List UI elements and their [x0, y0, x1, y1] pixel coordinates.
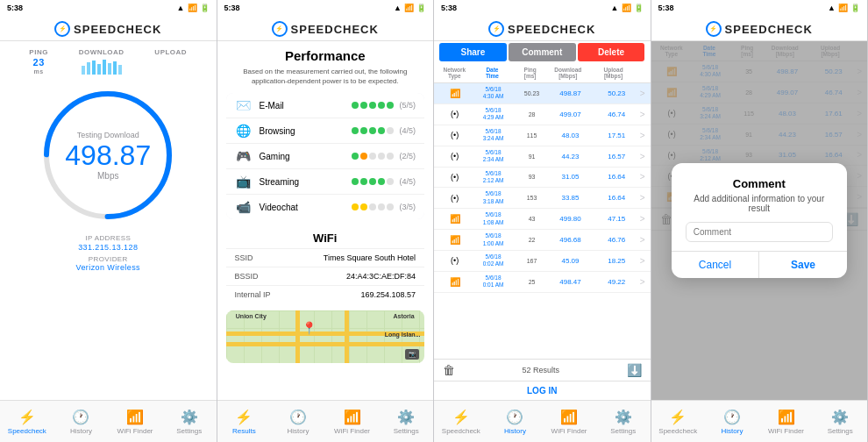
tab-settings-3[interactable]: ⚙️ Settings — [596, 401, 651, 442]
tab-wifi-2[interactable]: 📶 WiFi Finder — [325, 401, 380, 442]
ping-unit: ms — [34, 68, 44, 75]
tab-speedcheck-3[interactable]: ⚡ Speedcheck — [434, 401, 488, 442]
browsing-icon: 🌐 — [235, 124, 253, 138]
table-row[interactable]: (•) 5/6/182:12 AM 93 31.05 16.64 > — [434, 168, 651, 189]
tab-wifi-icon-2: 📶 — [344, 409, 361, 425]
net-type: (•) — [439, 173, 470, 182]
modal-cancel-button[interactable]: Cancel — [672, 252, 760, 278]
tab-history-icon-3: 🕐 — [506, 409, 523, 425]
table-row[interactable]: (•) 5/6/180:02 AM 167 45.09 18.25 > — [434, 251, 651, 272]
table-row[interactable]: (•) 5/6/183:18 AM 153 33.85 16.64 > — [434, 188, 651, 209]
status-icons-3: ▲ 📶 🔋 — [611, 4, 644, 12]
tab-settings-1[interactable]: ⚙️ Settings — [162, 401, 217, 442]
comment-button[interactable]: Comment — [509, 43, 576, 61]
svg-rect-7 — [118, 65, 122, 75]
row-ping: 91 — [516, 153, 547, 160]
th-date: DateTime — [470, 67, 516, 79]
tab-history-1[interactable]: 🕐 History — [54, 401, 109, 442]
row-chevron: > — [640, 152, 645, 161]
streaming-dots: (4/5) — [352, 177, 416, 186]
th-download: Download[Mbps] — [545, 67, 591, 79]
modal-buttons: Cancel Save — [672, 251, 847, 278]
screen4-content: NetworkType DateTime Ping[ms] Download[M… — [651, 41, 868, 400]
tab-history-label-1: History — [70, 427, 92, 435]
videochat-icon: 📹 — [235, 200, 253, 214]
svg-rect-3 — [97, 64, 101, 75]
dot — [387, 203, 394, 210]
row-ping: 22 — [516, 237, 547, 243]
table-row[interactable]: 📶 5/6/181:00 AM 22 496.68 46.76 > — [434, 230, 651, 251]
modal-save-button[interactable]: Save — [759, 252, 847, 278]
tab-speedcheck-4[interactable]: ⚡ Speedcheck — [651, 401, 706, 442]
trash-icon[interactable]: 🗑 — [443, 363, 455, 377]
row-chevron: > — [640, 193, 645, 203]
tab-wifi-icon-4: 📶 — [778, 409, 795, 425]
tab-settings-icon-3: ⚙️ — [615, 409, 632, 425]
tab-wifi-4[interactable]: 📶 WiFi Finder — [759, 401, 814, 442]
comment-input[interactable] — [686, 222, 833, 242]
gaming-dots: (2/5) — [352, 152, 416, 160]
tab-history-4[interactable]: 🕐 History — [705, 401, 759, 442]
export-icon[interactable]: ⬇️ — [627, 363, 642, 377]
delete-button[interactable]: Delete — [578, 43, 645, 61]
screen-3-history: 5:38 ▲ 📶 🔋 ⚡ SPEEDCHECK Share Comment De… — [434, 0, 651, 442]
logo-3: ⚡ SPEEDCHECK — [434, 21, 651, 37]
tab-history-icon-1: 🕐 — [72, 409, 89, 425]
tab-settings-2[interactable]: ⚙️ Settings — [379, 401, 433, 442]
tab-speedcheck-label-4: Speedcheck — [658, 427, 697, 435]
tab-history-3[interactable]: 🕐 History — [488, 401, 543, 442]
tab-bar-1: ⚡ Speedcheck 🕐 History 📶 WiFi Finder ⚙️ … — [0, 400, 217, 442]
dot — [378, 153, 385, 160]
tab-wifi-label-3: WiFi Finder — [551, 427, 587, 435]
share-button[interactable]: Share — [439, 43, 507, 61]
row-chevron: > — [640, 131, 645, 140]
tab-speedcheck-1[interactable]: ⚡ Speedcheck — [0, 401, 54, 442]
logo-text-3: SPEEDCHECK — [508, 23, 595, 36]
row-ping: 25 — [516, 279, 547, 285]
gaming-label: Gaming — [260, 152, 345, 161]
tab-wifi-1[interactable]: 📶 WiFi Finder — [108, 401, 162, 442]
dot — [369, 178, 376, 185]
tab-settings-icon-1: ⚙️ — [181, 409, 198, 425]
browsing-label: Browsing — [260, 126, 345, 136]
table-row[interactable]: (•) 5/6/183:24 AM 115 48.03 17.51 > — [434, 125, 651, 146]
tab-settings-4[interactable]: ⚙️ Settings — [813, 401, 867, 442]
map-label-li: Long Islan... — [385, 332, 421, 338]
nav-bar-3: ⚡ SPEEDCHECK — [434, 16, 651, 41]
net-type: (•) — [439, 256, 470, 265]
dot — [378, 102, 385, 109]
ping-value: 23 — [33, 57, 45, 68]
provider-label: PROVIDER — [76, 255, 140, 263]
dot — [369, 102, 376, 109]
videochat-label: Videochat — [260, 203, 345, 212]
row-date: 5/6/181:00 AM — [470, 232, 516, 247]
speed-inner: Testing Download 498.87 Mbps — [65, 131, 151, 181]
table-row[interactable]: 📶 5/6/180:01 AM 25 498.47 49.22 > — [434, 272, 651, 293]
status-bar-3: 5:38 ▲ 📶 🔋 — [434, 0, 651, 16]
login-bar-3[interactable]: LOG IN — [434, 381, 651, 400]
battery-icon: 🔋 — [200, 4, 210, 12]
net-type: (•) — [439, 194, 470, 203]
streaming-icon: 📺 — [235, 175, 253, 189]
row-download: 498.47 — [547, 278, 594, 286]
screen3-content: Share Comment Delete NetworkType DateTim… — [434, 41, 651, 400]
tab-wifi-3[interactable]: 📶 WiFi Finder — [542, 401, 596, 442]
action-row: Share Comment Delete — [434, 41, 651, 63]
tab-history-2[interactable]: 🕐 History — [271, 401, 325, 442]
table-row[interactable]: 📶 5/6/184:30 AM 50.23 498.87 50.23 > — [434, 83, 651, 104]
download-stat: DOWNLOAD — [79, 48, 125, 75]
table-row[interactable]: (•) 5/6/182:34 AM 91 44.23 16.57 > — [434, 146, 651, 168]
tab-results-2[interactable]: ⚡ Results — [217, 401, 272, 442]
perf-row-gaming: 🎮 Gaming (2/5) — [226, 144, 425, 169]
table-row[interactable]: 📶 5/6/181:08 AM 43 499.80 47.15 > — [434, 209, 651, 230]
tab-speedcheck-label-3: Speedcheck — [442, 427, 480, 435]
wifi-ip-key: Internal IP — [235, 290, 354, 299]
map-camera-icon[interactable]: 📷 — [405, 349, 419, 360]
row-date: 5/6/183:24 AM — [470, 128, 516, 143]
row-upload: 17.51 — [594, 132, 640, 139]
modal-overlay: Comment Add additional information to yo… — [651, 41, 868, 400]
row-date: 5/6/184:30 AM — [470, 86, 516, 101]
table-row[interactable]: (•) 5/6/184:29 AM 28 499.07 46.74 > — [434, 104, 651, 125]
row-ping: 167 — [516, 258, 547, 264]
row-download: 499.80 — [547, 215, 594, 223]
